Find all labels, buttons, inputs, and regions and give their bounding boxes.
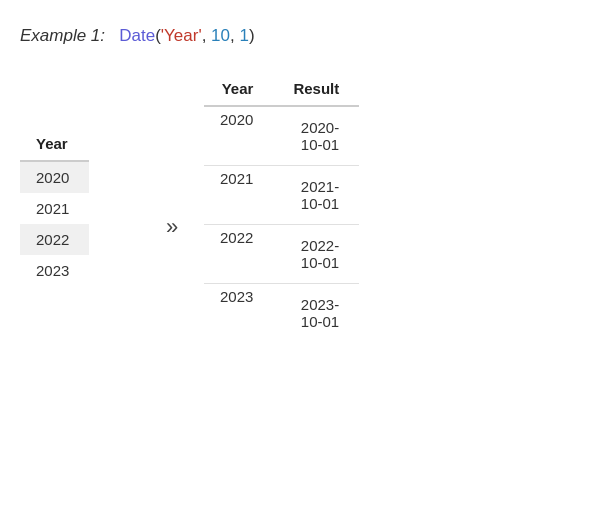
- transform-arrow: »: [140, 214, 204, 240]
- result-value-line2: 10-01: [293, 136, 339, 161]
- result-value-line2: 10-01: [293, 313, 339, 338]
- result-year-cell: 2021: [204, 165, 273, 224]
- input-col-year-header: Year: [20, 127, 89, 161]
- arg3: 1: [239, 26, 248, 45]
- input-table-wrap: Year 2020202120222023: [20, 127, 140, 286]
- arg1: 'Year': [161, 26, 202, 45]
- result-table-row: 20222022-10-01: [204, 224, 359, 283]
- result-value-line1: 2020-: [293, 111, 339, 136]
- page-container: Example 1: Date('Year', 10, 1) Year 2020…: [20, 24, 588, 342]
- func-name: Date: [119, 26, 155, 45]
- result-value-line1: 2023-: [293, 288, 339, 313]
- result-value-cell: 2022-10-01: [273, 224, 359, 283]
- result-value-cell: 2023-10-01: [273, 283, 359, 342]
- example-label: Example 1:: [20, 26, 105, 45]
- result-table-wrap: Year Result 20202020-10-0120212021-10-01…: [204, 72, 404, 342]
- result-year-cell: 2020: [204, 106, 273, 166]
- comma1: ,: [202, 26, 211, 45]
- result-col-result-header: Result: [273, 72, 359, 106]
- result-year-cell: 2022: [204, 224, 273, 283]
- result-value-cell: 2020-10-01: [273, 106, 359, 166]
- result-year-cell: 2023: [204, 283, 273, 342]
- result-value-line2: 10-01: [293, 254, 339, 279]
- input-year-cell: 2021: [20, 193, 89, 224]
- arg2: 10: [211, 26, 230, 45]
- result-value-line1: 2022-: [293, 229, 339, 254]
- input-year-cell: 2022: [20, 224, 89, 255]
- example-title: Example 1: Date('Year', 10, 1): [20, 24, 588, 48]
- input-table: Year 2020202120222023: [20, 127, 89, 286]
- input-year-cell: 2020: [20, 161, 89, 193]
- input-table-row: 2022: [20, 224, 89, 255]
- input-table-row: 2023: [20, 255, 89, 286]
- result-table: Year Result 20202020-10-0120212021-10-01…: [204, 72, 359, 342]
- result-value-cell: 2021-10-01: [273, 165, 359, 224]
- input-table-row: 2020: [20, 161, 89, 193]
- result-value-line1: 2021-: [293, 170, 339, 195]
- result-table-row: 20232023-10-01: [204, 283, 359, 342]
- input-year-cell: 2023: [20, 255, 89, 286]
- result-value-line2: 10-01: [293, 195, 339, 220]
- input-table-row: 2021: [20, 193, 89, 224]
- result-table-row: 20202020-10-01: [204, 106, 359, 166]
- close-paren: ): [249, 26, 255, 45]
- result-col-year-header: Year: [204, 72, 273, 106]
- content-area: Year 2020202120222023 » Year Result 2020…: [20, 72, 588, 342]
- result-table-row: 20212021-10-01: [204, 165, 359, 224]
